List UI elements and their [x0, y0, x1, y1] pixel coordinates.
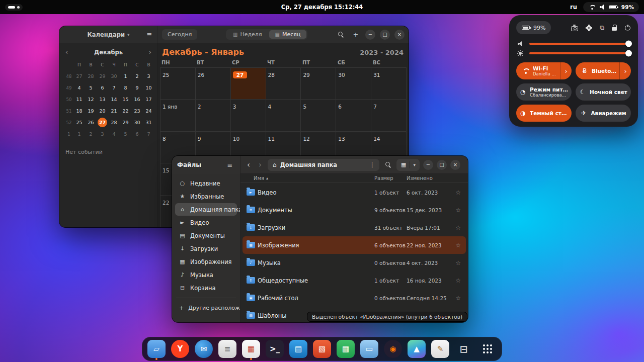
mini-day-cell[interactable]: 14 — [109, 95, 119, 104]
chevron-right-icon[interactable]: › — [560, 62, 572, 79]
calendar-day-cell[interactable]: 27 — [231, 68, 266, 100]
battery-pill[interactable]: 99% — [516, 21, 551, 34]
calendar-day-cell[interactable]: 3 — [231, 100, 266, 131]
star-icon[interactable]: ☆ — [452, 295, 463, 302]
mini-calendar[interactable]: ПВСЧПСВ482728293012349456789105011121314… — [64, 59, 152, 140]
volume-track[interactable] — [529, 43, 631, 45]
star-icon[interactable]: ☆ — [452, 224, 463, 231]
toggle-dark-style[interactable]: ◑Темный стиль — [516, 105, 572, 122]
calendar-day-cell[interactable]: 2 — [196, 100, 231, 131]
mini-day-cell[interactable]: 1 — [121, 71, 130, 81]
volume-knob[interactable] — [625, 40, 632, 47]
search-button[interactable] — [336, 30, 346, 40]
mini-day-cell[interactable]: 11 — [74, 95, 84, 104]
close-button[interactable]: × — [450, 160, 460, 170]
column-size[interactable]: Размер — [374, 175, 407, 181]
file-row[interactable]: ►Видео1 объект6 окт. 2023☆ — [243, 184, 466, 201]
column-name[interactable]: Имя ▴ — [246, 175, 374, 181]
mini-day-cell[interactable]: 24 — [144, 106, 153, 116]
keyboard-layout-indicator[interactable]: ru — [570, 4, 577, 11]
sidebar-item-videos[interactable]: ►Видео — [175, 216, 237, 229]
brightness-slider[interactable] — [516, 50, 631, 57]
mini-day-cell[interactable]: 3 — [98, 129, 107, 139]
mini-day-cell[interactable]: 17 — [144, 95, 153, 104]
mini-day-cell[interactable]: 28 — [86, 71, 96, 81]
sidebar-item-trash[interactable]: ⊟Корзина — [175, 282, 237, 294]
mini-day-cell[interactable]: 2 — [86, 129, 96, 139]
mini-day-cell[interactable]: 30 — [109, 71, 119, 81]
file-row[interactable]: ▣Рабочий стол0 объектовСегодня 14:25☆ — [243, 289, 466, 307]
mini-day-cell[interactable]: 5 — [86, 83, 96, 93]
mini-day-cell[interactable]: 29 — [98, 71, 107, 81]
minimize-button[interactable]: − — [365, 30, 375, 40]
calendar-day-cell[interactable]: 30 — [336, 68, 371, 100]
view-options-button[interactable]: ▦ ▾ — [396, 159, 420, 171]
mini-day-cell[interactable]: 30 — [132, 118, 142, 127]
dock-impress-button[interactable]: ▧ — [312, 338, 332, 360]
maximize-button[interactable]: □ — [380, 30, 390, 40]
toggle-airplane-mode[interactable]: ✈Авиарежим — [576, 105, 631, 122]
system-status-area[interactable]: 99% — [583, 2, 639, 12]
mini-day-cell[interactable]: 8 — [121, 83, 130, 93]
chevron-right-icon[interactable]: › — [619, 62, 631, 79]
star-icon[interactable]: ☆ — [452, 242, 463, 249]
sidebar-item-music[interactable]: ♪Музыка — [175, 268, 237, 281]
sidebar-item-starred[interactable]: ★Избранные — [175, 190, 237, 203]
new-event-button[interactable]: + — [351, 30, 361, 40]
clock[interactable]: Ср, 27 декабря 15:12:44 — [281, 4, 363, 11]
mini-day-cell[interactable]: 29 — [121, 118, 130, 127]
brightness-track[interactable] — [529, 52, 631, 54]
mini-day-cell[interactable]: 10 — [144, 83, 153, 93]
mini-day-cell[interactable]: 28 — [109, 118, 119, 127]
maximize-button[interactable]: □ — [437, 160, 447, 170]
mini-day-cell[interactable]: 25 — [74, 118, 84, 127]
calendar-day-cell[interactable]: 28 — [266, 68, 301, 100]
calendar-day-cell[interactable]: 7 — [371, 100, 407, 131]
close-button[interactable]: × — [394, 30, 405, 40]
volume-slider[interactable] — [516, 40, 631, 47]
toggle-night-light[interactable]: ☾Ночной свет — [576, 83, 631, 101]
lock-icon[interactable] — [612, 25, 617, 31]
brightness-knob[interactable] — [625, 50, 632, 57]
file-row[interactable]: ≡Документы9 объектов15 дек. 2023☆ — [243, 201, 466, 219]
column-modified[interactable]: Изменено — [407, 175, 452, 181]
dock-trash-button[interactable]: ⊟ — [454, 338, 473, 360]
path-menu-button[interactable]: ⋮ — [368, 161, 376, 168]
star-icon[interactable]: ☆ — [452, 207, 463, 214]
previous-month-button[interactable]: ‹ — [65, 48, 68, 56]
dock-writer-button[interactable]: ▤ — [289, 338, 308, 360]
power-icon[interactable] — [624, 25, 631, 31]
dock-app-grid-button[interactable] — [478, 338, 497, 360]
minimize-button[interactable]: − — [423, 160, 433, 170]
sidebar-item-pictures[interactable]: ▦Изображения — [175, 255, 237, 268]
mini-day-cell[interactable]: 9 — [132, 83, 142, 93]
back-button[interactable]: ‹ — [245, 160, 253, 169]
toggle-power-mode[interactable]: ◔Режим питанияСбалансированный — [516, 83, 572, 101]
file-row[interactable]: ♪Музыка0 объектов4 окт. 2023☆ — [243, 254, 466, 272]
file-row[interactable]: ▦Изображения6 объектов22 ноя. 2023☆ — [243, 236, 466, 254]
dock-browser-button[interactable]: Y — [171, 338, 190, 360]
mini-day-cell[interactable]: 16 — [132, 95, 142, 104]
mini-day-cell[interactable]: 15 — [121, 95, 130, 104]
dock-terminal-button[interactable]: >_ — [265, 338, 284, 360]
dock-media-button[interactable]: ◉ — [383, 338, 403, 360]
calendars-menu-button[interactable]: Календари ▾ — [87, 31, 129, 38]
month-view-button[interactable]: ▦ Месяц — [269, 30, 307, 39]
mini-day-cell[interactable]: 20 — [98, 106, 107, 116]
dock-mail-button[interactable]: ✉ — [194, 338, 213, 360]
toggle-wifi[interactable]: Wi-FiDaniella Netw...› — [516, 62, 572, 79]
calendar-day-cell[interactable]: 25 — [160, 68, 196, 100]
mini-day-cell[interactable]: 3 — [144, 71, 153, 81]
settings-icon[interactable] — [586, 25, 592, 31]
sidebar-item-downloads[interactable]: ↓Загрузки — [175, 242, 237, 255]
today-button[interactable]: Сегодня — [162, 29, 197, 40]
next-month-button[interactable]: › — [149, 48, 151, 56]
mini-day-cell[interactable]: 31 — [144, 118, 153, 127]
path-bar[interactable]: ⌂ Домашняя папка ⋮ — [268, 159, 379, 171]
sidebar-item-documents[interactable]: ▤Документы — [175, 229, 237, 242]
dock-calendar-button[interactable]: ▦ — [242, 338, 261, 360]
mini-day-cell[interactable]: 27 — [98, 118, 107, 127]
mini-day-cell[interactable]: 19 — [86, 106, 96, 116]
mini-day-cell[interactable]: 6 — [98, 83, 107, 93]
star-icon[interactable]: ☆ — [452, 189, 463, 196]
